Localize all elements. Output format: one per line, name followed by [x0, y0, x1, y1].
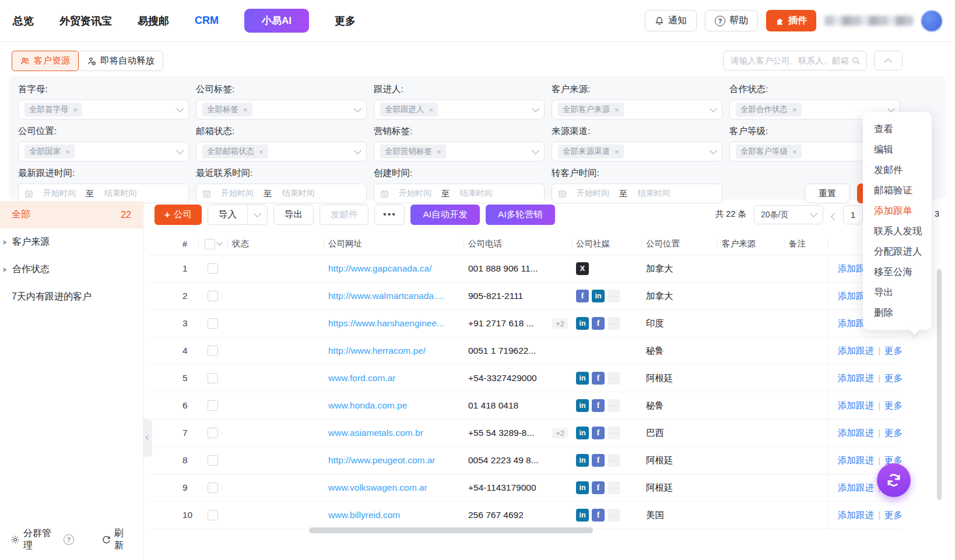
company-website-link[interactable]: www.honda.com.pe: [328, 400, 407, 410]
more-social-icon[interactable]: ···: [608, 317, 620, 330]
company-website-link[interactable]: www.volkswagen.com.ar: [328, 482, 427, 492]
context-menu-item-2[interactable]: 发邮件: [863, 160, 932, 180]
ai-auto-develop-button[interactable]: AI自动开发: [410, 205, 480, 225]
nav-xiaoyi-ai[interactable]: 小易AI: [244, 9, 309, 33]
add-followup-link[interactable]: 添加跟进: [838, 400, 874, 412]
date-range-input[interactable]: 开始时间至结束时间: [18, 184, 189, 203]
facebook-icon[interactable]: f: [592, 509, 605, 522]
company-website-link[interactable]: http://www.peugeot.com.ar: [328, 455, 436, 465]
chevron-down-icon[interactable]: [216, 240, 222, 246]
floating-refresh-button[interactable]: [877, 463, 911, 497]
remove-tag-icon[interactable]: ×: [615, 106, 619, 114]
more-social-icon[interactable]: ···: [608, 290, 620, 302]
more-social-icon[interactable]: ···: [608, 427, 620, 439]
remove-tag-icon[interactable]: ×: [437, 148, 441, 156]
row-checkbox[interactable]: [208, 482, 218, 493]
phone-extra-badge[interactable]: +2: [552, 318, 568, 329]
context-menu-item-1[interactable]: 编辑: [863, 139, 932, 160]
linkedin-icon[interactable]: in: [576, 427, 589, 439]
more-social-icon[interactable]: ···: [608, 481, 620, 494]
linkedin-icon[interactable]: in: [576, 399, 589, 412]
add-followup-link[interactable]: 添加跟进: [838, 372, 874, 385]
tab-auto-release[interactable]: 即将自动释放: [78, 51, 163, 71]
nav-email-search[interactable]: 易搜邮: [138, 14, 169, 28]
nav-trade-info[interactable]: 外贸资讯宝: [59, 14, 112, 28]
facebook-icon[interactable]: f: [592, 427, 605, 439]
filter-select[interactable]: 全部首字母×: [18, 100, 189, 119]
context-menu-item-6[interactable]: 分配跟进人: [863, 241, 932, 262]
linkedin-icon[interactable]: in: [576, 317, 589, 330]
more-actions-link[interactable]: 更多: [884, 509, 903, 522]
send-mail-button[interactable]: 发邮件: [319, 205, 369, 225]
date-range-input[interactable]: 开始时间至结束时间: [196, 184, 367, 203]
row-checkbox[interactable]: [208, 455, 218, 466]
more-social-icon[interactable]: ···: [608, 399, 620, 412]
context-menu-item-8[interactable]: 导出: [863, 282, 932, 302]
row-checkbox[interactable]: [208, 291, 218, 301]
help-button[interactable]: ? 帮助: [705, 10, 758, 31]
nav-more[interactable]: 更多: [335, 14, 356, 28]
nav-crm[interactable]: CRM: [195, 15, 219, 27]
sidebar-item-1[interactable]: 客户来源: [0, 228, 143, 256]
sidebar-item-2[interactable]: 合作状态: [0, 256, 143, 283]
add-followup-link[interactable]: 添加跟进: [838, 345, 874, 357]
add-followup-link[interactable]: 添加跟进: [838, 427, 874, 439]
remove-tag-icon[interactable]: ×: [65, 148, 70, 156]
add-followup-link[interactable]: 添加跟进: [838, 482, 874, 494]
company-website-link[interactable]: www.billyreid.com: [328, 510, 400, 520]
linkedin-icon[interactable]: in: [576, 372, 589, 385]
facebook-icon[interactable]: f: [592, 399, 605, 412]
context-menu-item-0[interactable]: 查看: [863, 119, 932, 139]
row-checkbox[interactable]: [208, 373, 218, 383]
row-checkbox[interactable]: [208, 318, 218, 329]
linkedin-icon[interactable]: in: [576, 481, 589, 494]
date-range-input[interactable]: 开始时间至结束时间: [374, 184, 545, 203]
horizontal-scrollbar[interactable]: [309, 527, 593, 533]
more-actions-link[interactable]: 更多: [884, 372, 903, 385]
notifications-button[interactable]: 通知: [645, 10, 697, 31]
remove-tag-icon[interactable]: ×: [792, 106, 797, 114]
context-menu-item-9[interactable]: 删除: [863, 302, 932, 323]
pagination-current-page[interactable]: 1: [843, 205, 863, 224]
nav-overview[interactable]: 总览: [13, 14, 34, 28]
row-checkbox[interactable]: [208, 263, 218, 274]
company-website-link[interactable]: http://www.gapcanada.ca/: [328, 263, 432, 273]
pagination-page-3[interactable]: 3: [935, 209, 939, 219]
context-menu-item-3[interactable]: 邮箱验证: [863, 180, 932, 200]
search-input[interactable]: [729, 55, 852, 66]
reset-button[interactable]: 重置: [805, 184, 850, 203]
sidebar-item-3[interactable]: 7天内有跟进的客户: [0, 283, 143, 311]
filter-select[interactable]: 全部客户来源×: [552, 100, 722, 119]
company-website-link[interactable]: www.asiametals.com.br: [328, 428, 423, 438]
filter-select[interactable]: 全部跟进人×: [374, 100, 545, 119]
sidebar-item-0[interactable]: 全部22: [0, 201, 143, 228]
company-website-link[interactable]: www.ford.com.ar: [328, 373, 395, 383]
import-dropdown-button[interactable]: [247, 205, 267, 224]
more-social-icon[interactable]: ···: [608, 454, 620, 467]
more-social-icon[interactable]: ···: [608, 509, 620, 522]
vertical-scrollbar[interactable]: [937, 269, 942, 500]
page-size-select[interactable]: 20条/页: [754, 205, 823, 224]
remove-tag-icon[interactable]: ×: [73, 106, 78, 114]
remove-tag-icon[interactable]: ×: [792, 148, 797, 156]
plugin-button[interactable]: 插件: [766, 10, 816, 31]
filter-select[interactable]: 全部营销标签×: [374, 142, 545, 161]
add-company-button[interactable]: + 公司: [155, 205, 202, 225]
date-range-input[interactable]: 开始时间至结束时间: [552, 184, 722, 203]
more-actions-link[interactable]: 更多: [884, 427, 903, 439]
import-button[interactable]: 导入: [208, 205, 247, 224]
facebook-icon[interactable]: f: [592, 454, 605, 467]
remove-tag-icon[interactable]: ×: [429, 106, 434, 114]
select-all-checkbox[interactable]: [205, 239, 215, 249]
ai-multi-marketing-button[interactable]: AI多轮营销: [486, 205, 555, 225]
group-manage-button[interactable]: 分群管理 ?: [10, 527, 74, 552]
context-menu-item-5[interactable]: 联系人发现: [863, 221, 932, 241]
row-checkbox[interactable]: [208, 510, 218, 520]
remove-tag-icon[interactable]: ×: [243, 106, 248, 114]
add-followup-link[interactable]: 添加跟进: [838, 455, 874, 467]
avatar[interactable]: [921, 10, 942, 31]
phone-extra-badge[interactable]: +2: [552, 428, 568, 439]
tab-customer-resource[interactable]: 客户资源: [12, 51, 79, 71]
more-actions-link[interactable]: 更多: [884, 345, 903, 357]
x-twitter-icon[interactable]: X: [576, 262, 589, 275]
